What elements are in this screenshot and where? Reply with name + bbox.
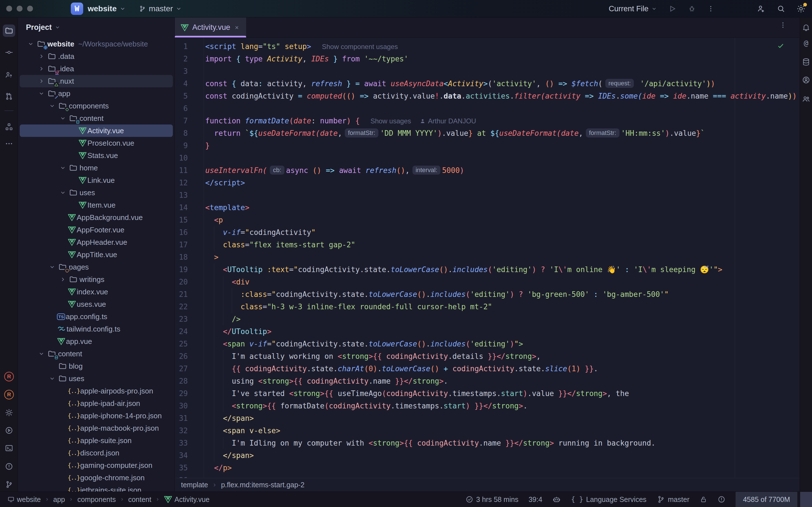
line-number[interactable]: 29 [175, 387, 188, 400]
chevron-down-icon[interactable] [58, 189, 68, 196]
code-line-7[interactable]: 7 function formatDate(date: number) {Sho… [175, 115, 800, 127]
search-icon[interactable] [776, 4, 785, 13]
line-number[interactable]: 13 [175, 189, 188, 202]
line-number[interactable]: 1 [175, 40, 188, 53]
code-line-1[interactable]: 1 <script lang="ts" setup>Show component… [175, 40, 800, 53]
line-number[interactable]: 23 [175, 313, 188, 325]
tool-mentions[interactable]: @ [801, 38, 811, 48]
line-number[interactable]: 31 [175, 412, 188, 425]
run-icon[interactable] [668, 4, 677, 13]
line-number[interactable]: 20 [175, 276, 188, 288]
kebab-icon[interactable] [779, 21, 786, 29]
code-line-9[interactable]: 9 } [175, 139, 800, 152]
project-panel-header[interactable]: Project [18, 17, 174, 37]
chevron-down-icon[interactable] [37, 351, 46, 357]
tree-item-AppHeader.vue[interactable]: AppHeader.vue [20, 236, 173, 248]
window-controls[interactable] [6, 6, 33, 11]
tab-activity-vue[interactable]: Activity.vue [175, 17, 246, 38]
tool-r-badge-alt[interactable]: R [3, 388, 15, 401]
status-39-4[interactable]: 39:4 [529, 496, 543, 504]
line-number[interactable]: 36 [175, 474, 188, 478]
line-number[interactable]: 14 [175, 202, 188, 214]
chevron-right-icon[interactable] [37, 78, 46, 84]
chevron-down-icon[interactable] [47, 376, 57, 382]
status-alert-circle[interactable] [718, 496, 725, 503]
braces-icon[interactable]: { } [571, 496, 583, 503]
line-number[interactable]: 12 [175, 177, 188, 189]
tree-item-app.vue[interactable]: app.vue [20, 335, 173, 348]
tree-item-apple-airpods-pro.json[interactable]: {..} apple-airpods-pro.json [20, 385, 173, 397]
tree-item-AppFooter.vue[interactable]: AppFooter.vue [20, 224, 173, 236]
inspections-ok-icon[interactable] [776, 42, 785, 50]
line-number[interactable]: 3 [175, 65, 188, 77]
code-line-20[interactable]: 20 <div [175, 276, 800, 288]
code-line-16[interactable]: 16 v-if="codingActivity" [175, 226, 800, 238]
code-line-13[interactable]: 13 [175, 189, 800, 202]
settings-icon[interactable] [796, 4, 806, 13]
code-line-24[interactable]: 24 </UTooltip> [175, 325, 800, 338]
tree-item-Activity.vue[interactable]: Activity.vue [20, 124, 173, 137]
code-line-34[interactable]: 34 </span> [175, 449, 800, 462]
memory-indicator[interactable]: 4585 of 7700M [735, 492, 812, 507]
tree-item-jetbrains-suite.json[interactable]: {..} jetbrains-suite.json [20, 484, 173, 492]
check-circle-icon[interactable] [465, 496, 473, 503]
code-vision-hint[interactable]: Show usages [370, 117, 411, 125]
code-line-10[interactable]: 10 [175, 152, 800, 164]
tool-r-badge[interactable]: R [3, 371, 15, 383]
code-line-35[interactable]: 35 </p> [175, 462, 800, 474]
code-line-31[interactable]: 31 </span> [175, 412, 800, 425]
status-path-components[interactable]: components [77, 496, 116, 504]
line-number[interactable]: 25 [175, 338, 188, 350]
code-line-8[interactable]: 8 return `${useDateFormat(date,formatStr… [175, 127, 800, 139]
line-number[interactable]: 16 [175, 226, 188, 238]
line-number[interactable]: 26 [175, 350, 188, 362]
breadcrumb-template[interactable]: template [181, 481, 208, 489]
tree-item-Link.vue[interactable]: Link.vue [20, 174, 173, 186]
tool-commit[interactable] [3, 46, 15, 59]
tree-item-blog[interactable]: blog [20, 360, 173, 372]
tree-item-ProseIcon.vue[interactable]: ProseIcon.vue [20, 137, 173, 149]
chevron-right-icon[interactable] [37, 53, 46, 59]
line-number[interactable]: 35 [175, 462, 188, 474]
vcs-widget[interactable]: master [139, 4, 182, 13]
code-line-11[interactable]: 11 useIntervalFn(cb:async () => await re… [175, 164, 800, 177]
tool-structure[interactable] [3, 121, 15, 133]
code-line-33[interactable]: 33 I'm Idling on my computer with <stron… [175, 437, 800, 449]
tool-notifications[interactable] [801, 22, 811, 33]
chevron-right-icon[interactable] [58, 276, 68, 283]
line-number[interactable]: 32 [175, 425, 188, 437]
code-line-25[interactable]: 25 <span v-if="codingActivity.state.toLo… [175, 338, 800, 350]
tree-item-Stats.vue[interactable]: Stats.vue [20, 149, 173, 162]
tree-item-AppTitle.vue[interactable]: AppTitle.vue [20, 248, 173, 261]
run-configuration[interactable]: Current File [609, 4, 657, 13]
tool-profile[interactable] [801, 75, 811, 85]
line-number[interactable]: 15 [175, 214, 188, 226]
code-line-18[interactable]: 18 > [175, 251, 800, 263]
line-number[interactable]: 22 [175, 300, 188, 313]
tool-collab[interactable] [801, 94, 811, 104]
line-number[interactable]: 24 [175, 325, 188, 338]
close-window-icon[interactable] [6, 6, 12, 11]
tree-item-uses[interactable]: uses [20, 372, 173, 385]
tree-item-home[interactable]: home [20, 162, 173, 174]
tool-database[interactable] [801, 57, 811, 67]
tree-item-gaming-computer.json[interactable]: {..} gaming-computer.json [20, 459, 173, 471]
tree-item-uses[interactable]: uses [20, 186, 173, 199]
code-line-29[interactable]: 29 I've started <strong>{{ useTimeAgo(co… [175, 387, 800, 400]
line-number[interactable]: 17 [175, 238, 188, 251]
status-3-hrs-58-mins[interactable]: 3 hrs 58 mins [465, 496, 518, 504]
code-line-4[interactable]: 4 const { data: activity, refresh } = aw… [175, 77, 800, 90]
line-number[interactable]: 21 [175, 288, 188, 300]
tree-item-google-chrome.json[interactable]: {..} google-chrome.json [20, 471, 173, 484]
line-number[interactable]: 33 [175, 437, 188, 449]
line-number[interactable]: 19 [175, 263, 188, 276]
code-line-23[interactable]: 23 /> [175, 313, 800, 325]
code-line-22[interactable]: 22 class="h-3 w-3 inline-flex rounded-fu… [175, 300, 800, 313]
chevron-right-icon[interactable] [37, 66, 46, 72]
code-line-28[interactable]: 28 using <strong>{{ codingActivity.name … [175, 375, 800, 387]
line-number[interactable]: 5 [175, 90, 188, 102]
line-number[interactable]: 30 [175, 400, 188, 412]
tree-item-.nuxt[interactable]: .nuxt [20, 75, 173, 87]
tree-item-app[interactable]: app [20, 87, 173, 100]
tree-item-website[interactable]: website~/Workspace/website [20, 38, 173, 50]
